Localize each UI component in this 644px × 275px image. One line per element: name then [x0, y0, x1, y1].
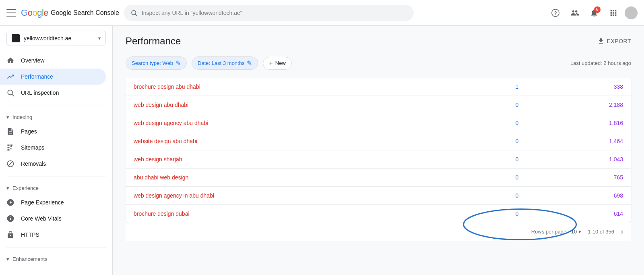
property-name: yellowworldtech.ae	[24, 35, 94, 42]
plus-icon: +	[269, 60, 272, 67]
clicks-cell: 1	[460, 78, 526, 96]
search-type-edit-icon: ✎	[175, 59, 181, 67]
export-button[interactable]: EXPORT	[597, 38, 631, 45]
account-icon	[570, 8, 579, 17]
sidebar-item-label-overview: Overview	[21, 57, 44, 64]
impressions-cell: 614	[526, 205, 631, 223]
sidebar-item-removals[interactable]: Removals	[0, 156, 106, 172]
experience-section-header[interactable]: ▾ Experience	[0, 180, 112, 193]
performance-table: brochure design abu dhabi1338web design …	[126, 78, 631, 223]
impressions-cell: 2,188	[526, 96, 631, 114]
svg-line-5	[12, 94, 14, 96]
impressions-cell: 698	[526, 187, 631, 205]
sidebar-item-performance[interactable]: Performance	[0, 69, 106, 85]
search-type-filter[interactable]: Search type: Web ✎	[126, 56, 187, 70]
search-input[interactable]	[142, 10, 407, 16]
rows-per-page-value: 10	[571, 229, 577, 235]
pages-icon	[6, 127, 14, 135]
search-type-label: Search type: Web	[132, 60, 173, 66]
search-bar[interactable]	[124, 5, 414, 21]
core-web-vitals-icon	[6, 215, 14, 223]
sidebar-item-overview[interactable]: Overview	[0, 52, 106, 69]
sidebar-item-label-sitemaps: Sitemaps	[21, 144, 44, 151]
avatar[interactable]	[625, 6, 638, 19]
table-row[interactable]: website design abu dhabi01,464	[126, 132, 631, 150]
impressions-cell: 338	[526, 78, 631, 96]
google-logo: Google	[21, 8, 48, 18]
query-cell: abu dhabi web design	[126, 169, 460, 187]
new-label: New	[275, 60, 286, 66]
date-filter[interactable]: Date: Last 3 months ✎	[192, 56, 258, 70]
clicks-cell: 0	[460, 169, 526, 187]
impressions-cell: 1,816	[526, 114, 631, 132]
topbar-right: ? 6	[547, 5, 638, 21]
sidebar-item-core-web-vitals[interactable]: Core Web Vitals	[0, 210, 106, 227]
query-cell: website design abu dhabi	[126, 132, 460, 150]
indexing-nav: Pages Sitemaps Removals	[0, 122, 112, 173]
table-row[interactable]: web design sharjah01,043	[126, 150, 631, 169]
notifications-icon-button[interactable]: 6	[586, 5, 602, 21]
clicks-cell: 0	[460, 205, 526, 223]
pagination: Rows per page: 10 ▾ 1-10 of 356 ›	[126, 223, 631, 241]
sidebar-item-sitemaps[interactable]: Sitemaps	[0, 140, 106, 156]
download-icon	[597, 38, 605, 45]
clicks-cell: 0	[460, 96, 526, 114]
svg-text:?: ?	[554, 10, 557, 16]
page-title: Performance	[126, 35, 181, 47]
collapse-icon: ▾	[6, 114, 9, 120]
help-icon-button[interactable]: ?	[547, 5, 564, 21]
main-nav: Overview Performance URL inspection	[0, 51, 112, 102]
experience-label: Experience	[12, 185, 39, 191]
sidebar-item-label-url-inspection: URL inspection	[21, 90, 59, 96]
sidebar: yellowworldtech.ae ▾ Overview Performanc…	[0, 26, 113, 275]
rows-per-page-label: Rows per page: 10 ▾	[531, 229, 582, 235]
table-row[interactable]: brochure design abu dhabi1338	[126, 78, 631, 96]
sidebar-item-https[interactable]: HTTPS	[0, 227, 106, 243]
sidebar-item-label-core-web-vitals: Core Web Vitals	[21, 215, 62, 222]
indexing-section-header[interactable]: ▾ Indexing	[0, 109, 112, 122]
sidebar-item-url-inspection[interactable]: URL inspection	[0, 85, 106, 101]
query-cell: brochure design abu dhabi	[126, 78, 460, 96]
rows-per-page-select[interactable]: 10 ▾	[571, 229, 581, 235]
enhancements-section-header[interactable]: ▾ Enhancements	[0, 251, 112, 264]
query-cell: web design sharjah	[126, 150, 460, 169]
sidebar-item-label-performance: Performance	[21, 73, 53, 80]
page-experience-icon	[6, 198, 14, 206]
date-edit-icon: ✎	[247, 59, 252, 67]
rows-select-dropdown-icon: ▾	[578, 229, 581, 235]
export-label: EXPORT	[607, 38, 631, 44]
sidebar-item-label-page-experience: Page Experience	[21, 199, 64, 206]
content-area: Performance EXPORT Search type: Web ✎ Da…	[113, 26, 644, 275]
sidebar-item-label-https: HTTPS	[21, 231, 39, 238]
clicks-cell: 0	[460, 114, 526, 132]
sidebar-item-page-experience[interactable]: Page Experience	[0, 194, 106, 210]
logo-area: Google Google Search Console	[21, 8, 119, 18]
next-page-button[interactable]: ›	[621, 227, 623, 236]
table-row[interactable]: abu dhabi web design0765	[126, 169, 631, 187]
sidebar-item-pages[interactable]: Pages	[0, 123, 106, 140]
new-filter-button[interactable]: + New	[263, 57, 291, 70]
divider-1	[6, 106, 106, 106]
dropdown-arrow-icon: ▾	[98, 35, 101, 41]
apps-icon	[609, 8, 618, 17]
table-row[interactable]: web design agency abu dhabi01,816	[126, 114, 631, 132]
trending-up-icon	[6, 73, 14, 81]
svg-line-1	[135, 14, 137, 16]
experience-collapse-icon: ▾	[6, 185, 9, 191]
property-selector[interactable]: yellowworldtech.ae ▾	[6, 31, 106, 46]
account-icon-button[interactable]	[567, 5, 583, 21]
table-row[interactable]: brochure design dubai0614	[126, 205, 631, 223]
sidebar-item-label-pages: Pages	[21, 128, 37, 135]
notification-badge: 6	[594, 6, 601, 13]
sitemaps-icon	[6, 144, 14, 152]
experience-nav: Page Experience Core Web Vitals HTTPS	[0, 193, 112, 244]
search-icon	[130, 9, 138, 17]
table-row[interactable]: web design abu dhabi02,188	[126, 96, 631, 114]
menu-icon[interactable]	[6, 8, 16, 18]
table-row[interactable]: web design agency in abu dhabi0698	[126, 187, 631, 205]
filter-bar: Search type: Web ✎ Date: Last 3 months ✎…	[126, 56, 631, 70]
query-cell: brochure design dubai	[126, 205, 460, 223]
divider-3	[6, 248, 106, 248]
apps-icon-button[interactable]	[605, 5, 621, 21]
removals-icon	[6, 160, 14, 168]
